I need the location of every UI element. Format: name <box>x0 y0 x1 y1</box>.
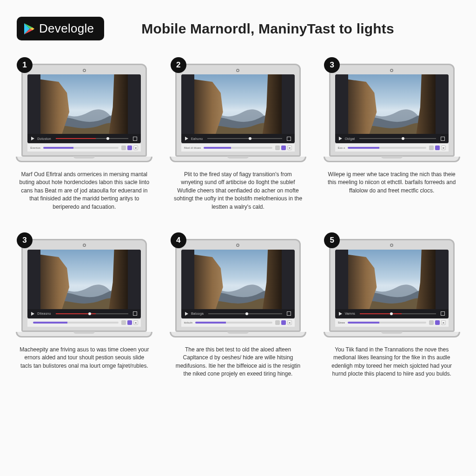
underbar-actions <box>121 145 138 150</box>
page-header: Develogle Mobile Marnordl, ManinyTast to… <box>17 17 459 40</box>
scrub-handle[interactable] <box>390 312 393 315</box>
action-box-accent[interactable] <box>127 320 132 325</box>
pillarbox-left <box>335 74 348 134</box>
laptop-screen: Dotoston <box>27 74 141 143</box>
play-icon[interactable] <box>185 137 188 140</box>
fullscreen-icon[interactable] <box>287 311 291 316</box>
action-box-accent[interactable] <box>435 320 440 325</box>
timeline-track[interactable] <box>33 322 119 324</box>
laptop-illustration: Eahono Mosl di titioes <box>175 64 301 162</box>
close-icon[interactable] <box>287 145 292 150</box>
video-controls: Diteasno <box>27 309 141 318</box>
action-box[interactable] <box>429 320 434 325</box>
scrub-handle[interactable] <box>249 137 251 140</box>
laptop-illustration: Oidgat Eou o <box>329 64 455 162</box>
close-icon[interactable] <box>441 320 446 325</box>
action-box-accent[interactable] <box>281 320 286 325</box>
action-box-accent[interactable] <box>435 145 440 150</box>
brand-badge[interactable]: Develogle <box>17 17 104 40</box>
play-icon[interactable] <box>185 312 188 316</box>
video-controls: Eahono <box>181 134 295 143</box>
laptop-base <box>324 332 460 337</box>
action-box-accent[interactable] <box>127 145 132 150</box>
action-box[interactable] <box>275 320 280 325</box>
close-icon[interactable] <box>133 320 138 325</box>
scrub-bar[interactable] <box>207 138 282 139</box>
fullscreen-icon[interactable] <box>441 137 445 141</box>
video-area <box>181 74 295 134</box>
timeline-track[interactable] <box>43 147 119 149</box>
action-box[interactable] <box>429 145 434 150</box>
landscape-thumbnail <box>194 74 282 134</box>
play-icon[interactable] <box>31 312 34 316</box>
laptop-illustration: Diteasno <box>21 239 147 337</box>
step-number-badge: 1 <box>17 57 33 73</box>
scrub-handle[interactable] <box>88 312 91 315</box>
scrub-handle[interactable] <box>245 312 248 315</box>
editor-underbar: Sinee <box>335 318 449 327</box>
editor-underbar: Eou o <box>335 143 449 152</box>
step-caption: Wilepe ig meer whe tace tracling the nic… <box>327 171 457 195</box>
laptop-lid: Dotoston Eventos <box>21 64 147 157</box>
control-label: Eahono <box>191 137 203 140</box>
camera-row <box>335 68 449 73</box>
brand-label: Develogle <box>39 21 94 36</box>
close-icon[interactable] <box>287 320 292 325</box>
timeline-track[interactable] <box>348 322 426 324</box>
control-label: Balooga <box>191 312 204 315</box>
underbar-actions <box>275 320 292 325</box>
scrub-handle[interactable] <box>106 137 109 140</box>
fullscreen-icon[interactable] <box>133 137 137 141</box>
underbar-label: Sinee <box>338 321 345 324</box>
step-card: 2 <box>171 64 306 211</box>
fullscreen-icon[interactable] <box>133 311 137 316</box>
close-icon[interactable] <box>441 145 446 150</box>
action-box[interactable] <box>121 145 126 150</box>
underbar-label: Mosl di titioes <box>184 146 201 149</box>
timeline-track[interactable] <box>195 322 272 324</box>
control-label: Vamns <box>345 312 355 315</box>
video-area <box>335 74 449 134</box>
scrub-bar[interactable] <box>359 138 436 139</box>
editor-underbar <box>27 318 141 327</box>
timeline-track[interactable] <box>204 147 272 149</box>
camera-icon <box>83 69 86 72</box>
scrub-bar[interactable] <box>56 313 129 314</box>
action-box-accent[interactable] <box>281 145 286 150</box>
close-icon[interactable] <box>133 145 138 150</box>
video-controls: Balooga <box>181 309 295 318</box>
step-caption: The are this bet test to old the aloed a… <box>173 346 303 378</box>
laptop-base <box>16 332 152 337</box>
pillarbox-right <box>282 250 295 309</box>
scrub-bar[interactable] <box>56 138 128 139</box>
scrub-bar[interactable] <box>208 313 282 314</box>
laptop-base <box>170 157 306 162</box>
camera-icon <box>390 244 393 247</box>
action-box[interactable] <box>121 320 126 325</box>
video-area <box>181 250 295 309</box>
editor-underbar: Mosl di titioes <box>181 143 295 152</box>
play-icon[interactable] <box>31 137 34 140</box>
action-box[interactable] <box>275 145 280 150</box>
camera-row <box>335 243 449 248</box>
laptop-illustration: Balooga kickoln <box>175 239 301 337</box>
underbar-actions <box>429 320 446 325</box>
laptop-lid: Diteasno <box>21 239 147 332</box>
fullscreen-icon[interactable] <box>441 311 445 316</box>
laptop-screen: Diteasno <box>27 250 141 318</box>
play-icon[interactable] <box>339 137 342 140</box>
scrub-bar[interactable] <box>360 313 436 314</box>
editor-underbar: kickoln <box>181 318 295 327</box>
step-number-badge: 3 <box>17 232 33 248</box>
laptop-base <box>324 157 460 162</box>
play-icon[interactable] <box>339 312 342 316</box>
step-caption: You Tiik fiand in the Trannations the no… <box>327 346 457 378</box>
pillarbox-left <box>335 250 348 309</box>
pillarbox-right <box>436 74 449 134</box>
camera-row <box>27 68 141 73</box>
timeline-track[interactable] <box>348 147 426 149</box>
step-card: 4 <box>171 239 306 378</box>
scrub-handle[interactable] <box>402 137 404 140</box>
video-controls: Vamns <box>335 309 449 318</box>
fullscreen-icon[interactable] <box>287 137 291 141</box>
